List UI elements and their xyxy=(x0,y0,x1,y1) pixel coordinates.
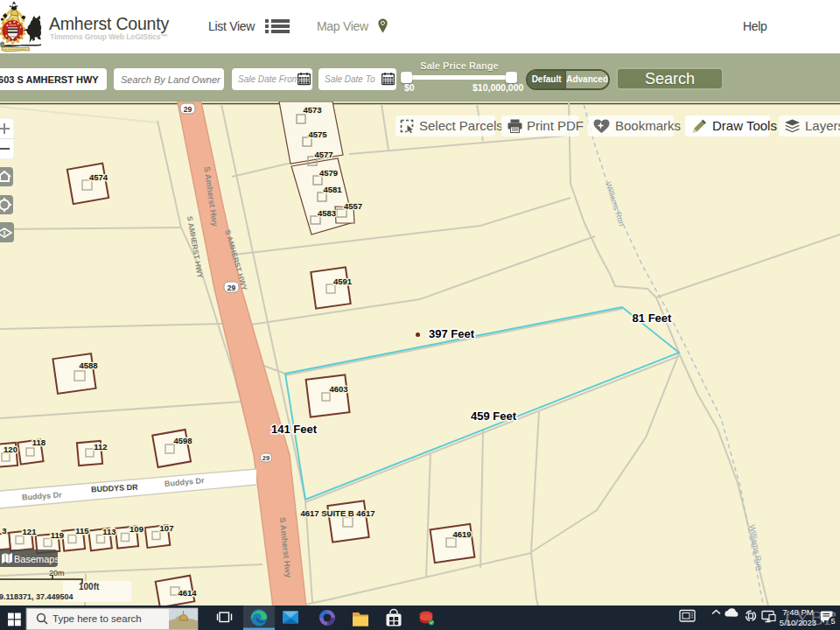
svg-text:397 Feet: 397 Feet xyxy=(429,327,475,340)
svg-text:4557: 4557 xyxy=(344,201,362,211)
svg-text:4583: 4583 xyxy=(318,208,336,218)
svg-text:29: 29 xyxy=(262,454,270,462)
svg-text:4617 SUITE B 4617: 4617 SUITE B 4617 xyxy=(300,508,374,518)
svg-text:4603: 4603 xyxy=(329,384,347,394)
svg-text:81 Feet: 81 Feet xyxy=(633,312,672,325)
svg-text:Basemaps: Basemaps xyxy=(14,554,60,564)
svg-text:120: 120 xyxy=(4,444,18,454)
svg-text:4614: 4614 xyxy=(178,588,197,598)
svg-text:121: 121 xyxy=(23,527,38,536)
svg-text:4598: 4598 xyxy=(173,436,192,445)
svg-text:5: 5 xyxy=(830,617,835,626)
svg-text:29: 29 xyxy=(228,284,236,292)
svg-text:4619: 4619 xyxy=(452,529,471,539)
svg-text:459 Feet: 459 Feet xyxy=(471,410,517,423)
svg-text:107: 107 xyxy=(160,523,174,533)
svg-text:118: 118 xyxy=(32,438,46,447)
svg-text:4588: 4588 xyxy=(79,360,97,370)
svg-text:20m: 20m xyxy=(49,569,65,578)
svg-text:119: 119 xyxy=(51,530,64,540)
svg-text:115: 115 xyxy=(75,526,89,536)
svg-text:29: 29 xyxy=(184,105,192,114)
svg-text:141 Feet: 141 Feet xyxy=(271,423,318,436)
svg-text:4579: 4579 xyxy=(319,168,338,178)
svg-text:4591: 4591 xyxy=(333,276,353,286)
svg-text:4581: 4581 xyxy=(323,185,342,194)
svg-text:113: 113 xyxy=(102,527,116,536)
svg-text:109: 109 xyxy=(130,524,144,534)
svg-text:4574: 4574 xyxy=(89,172,108,182)
svg-text:Type here to search: Type here to search xyxy=(52,613,142,624)
svg-text:3: 3 xyxy=(2,526,6,536)
svg-text:4573: 4573 xyxy=(303,105,321,115)
svg-text:100ft: 100ft xyxy=(79,582,100,592)
svg-text:112: 112 xyxy=(94,442,107,452)
svg-text:4575: 4575 xyxy=(308,130,327,139)
svg-text:-79.118371, 37.449504: -79.118371, 37.449504 xyxy=(0,592,74,601)
svg-text:4577: 4577 xyxy=(314,150,332,159)
svg-text:i: i xyxy=(4,228,6,237)
